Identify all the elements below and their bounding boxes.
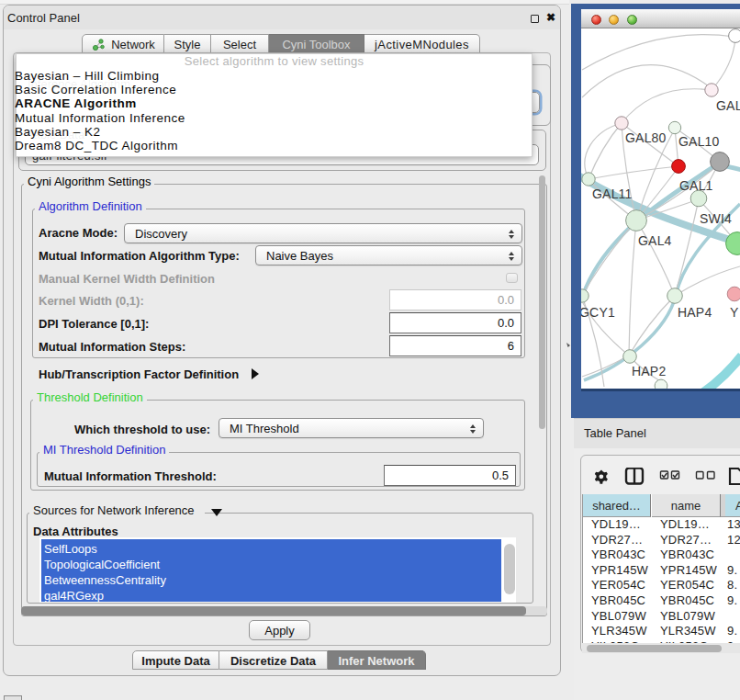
svg-text:GAL10: GAL10 <box>678 134 720 149</box>
svg-text:GCY1: GCY1 <box>581 305 615 320</box>
svg-text:GAL80: GAL80 <box>625 130 667 145</box>
svg-text:GAL1: GAL1 <box>679 178 713 193</box>
svg-text:HAP2: HAP2 <box>632 364 666 378</box>
svg-text:SWI4: SWI4 <box>700 211 732 226</box>
svg-text:GAL11: GAL11 <box>592 186 633 201</box>
svg-text:HAP4: HAP4 <box>678 305 712 320</box>
svg-text:GAL7: GAL7 <box>716 98 740 113</box>
svg-text:GAL4: GAL4 <box>638 233 672 248</box>
svg-text:Y: Y <box>730 305 739 320</box>
